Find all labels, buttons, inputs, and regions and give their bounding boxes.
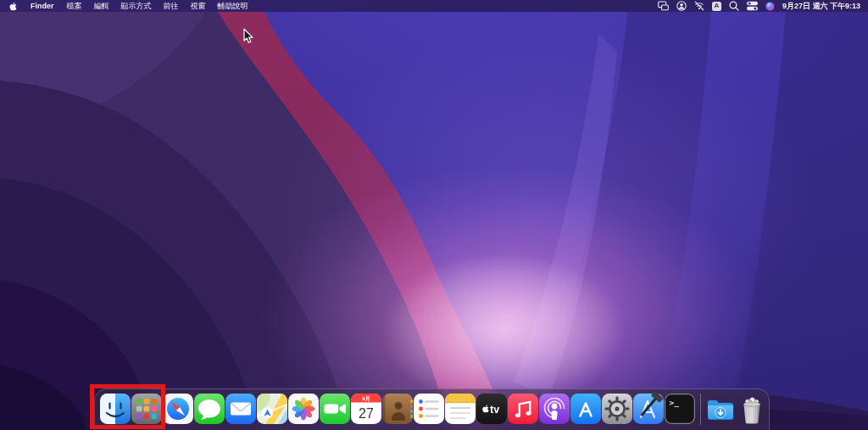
music-icon: [508, 394, 538, 424]
svg-text:>_: >_: [670, 398, 680, 407]
maps-icon: [257, 394, 287, 424]
dock-item-notes[interactable]: [445, 394, 476, 424]
dock-item-trash[interactable]: [737, 394, 767, 424]
dock-item-podcasts[interactable]: [539, 394, 570, 424]
menu-bar-clock[interactable]: 9月27日 週六 下午9:13: [782, 1, 860, 12]
dock: 9月 27: [94, 388, 770, 430]
mail-icon: [225, 394, 256, 424]
svg-text:27: 27: [359, 406, 374, 421]
xcode-icon: [633, 394, 664, 424]
menu-item-file[interactable]: 檔案: [61, 1, 88, 12]
calendar-icon: 9月 27: [351, 394, 381, 424]
dock-item-finder[interactable]: [100, 394, 131, 424]
wifi-off-icon[interactable]: [694, 1, 704, 11]
appstore-icon: [570, 394, 601, 424]
messages-icon: [194, 394, 225, 424]
appletv-icon: tv: [476, 394, 507, 424]
notes-icon: [445, 394, 476, 424]
menu-item-edit[interactable]: 編輯: [88, 1, 115, 12]
contacts-icon: [382, 394, 413, 424]
dock-item-facetime[interactable]: [320, 394, 350, 424]
dock-item-photos[interactable]: [288, 394, 319, 424]
terminal-icon: >_: [665, 394, 695, 424]
dock-item-reminders[interactable]: [414, 394, 444, 424]
downloads-folder-icon: [705, 394, 736, 424]
menu-bar-left: Finder 檔案 編輯 顯示方式 前往 視窗 輔助說明: [8, 1, 254, 12]
menu-item-help[interactable]: 輔助說明: [212, 1, 254, 12]
dock-item-downloads[interactable]: [705, 394, 736, 424]
desktop: Finder 檔案 編輯 顯示方式 前往 視窗 輔助說明: [0, 0, 868, 430]
spotlight-search-icon[interactable]: [729, 1, 739, 11]
input-source-icon[interactable]: A: [712, 2, 721, 11]
dock-separator: [700, 394, 701, 425]
menu-bar: Finder 檔案 編輯 顯示方式 前往 視窗 輔助說明: [0, 0, 868, 12]
apple-logo-icon: [9, 2, 17, 11]
launchpad-icon: [131, 394, 162, 424]
menu-app-name[interactable]: Finder: [24, 2, 61, 10]
dock-item-system-preferences[interactable]: [602, 394, 632, 424]
menu-item-go[interactable]: 前往: [158, 1, 185, 12]
dock-item-music[interactable]: [508, 394, 538, 424]
safari-icon: [163, 394, 193, 424]
menu-bar-status-area: A: [658, 1, 860, 12]
screen-mirroring-icon[interactable]: [658, 1, 669, 11]
menu-item-window[interactable]: 視窗: [185, 1, 212, 12]
siri-icon[interactable]: [765, 2, 775, 11]
reminders-icon: [414, 394, 444, 424]
dock-item-launchpad[interactable]: [131, 394, 162, 424]
dock-item-appstore[interactable]: [570, 394, 601, 424]
dock-item-contacts[interactable]: [382, 394, 413, 424]
dock-item-tv[interactable]: tv: [476, 394, 507, 424]
svg-text:tv: tv: [490, 404, 499, 416]
dock-item-terminal[interactable]: >_: [665, 394, 695, 424]
control-center-icon[interactable]: [747, 1, 758, 11]
wallpaper-waves: [0, 0, 868, 430]
menu-item-view[interactable]: 顯示方式: [115, 1, 158, 12]
dock-item-xcode[interactable]: [633, 394, 664, 424]
facetime-icon: [320, 394, 350, 424]
system-preferences-icon: [602, 394, 632, 424]
podcasts-icon: [539, 394, 570, 424]
photos-icon: [288, 394, 319, 424]
dock-item-maps[interactable]: [257, 394, 287, 424]
user-account-icon[interactable]: [676, 1, 687, 11]
svg-text:9月: 9月: [362, 395, 370, 402]
dock-item-safari[interactable]: [163, 394, 193, 424]
dock-item-calendar[interactable]: 9月 27: [351, 394, 381, 424]
finder-icon: [100, 394, 131, 424]
apple-menu[interactable]: [8, 2, 24, 11]
trash-full-icon: [737, 394, 767, 424]
dock-item-messages[interactable]: [194, 394, 225, 424]
dock-item-mail[interactable]: [225, 394, 256, 424]
